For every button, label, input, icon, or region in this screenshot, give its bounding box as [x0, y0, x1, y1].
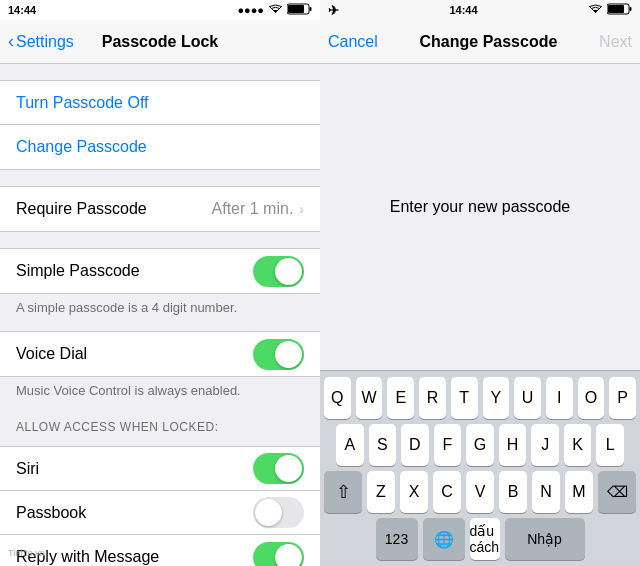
voice-dial-label: Voice Dial — [16, 345, 87, 363]
watermark: Tinhte.vn — [8, 542, 45, 560]
siri-row: Siri — [0, 447, 320, 491]
passcode-actions-group: Turn Passcode Off Change Passcode — [0, 80, 320, 170]
key-v[interactable]: V — [466, 471, 494, 513]
key-m[interactable]: M — [565, 471, 593, 513]
turn-passcode-off-label: Turn Passcode Off — [16, 94, 149, 112]
return-key[interactable]: Nhập — [505, 518, 585, 560]
left-time: 14:44 — [8, 4, 36, 16]
back-label[interactable]: Settings — [16, 33, 74, 51]
keyboard-row-1: Q W E R T Y U I O P — [324, 377, 636, 419]
left-battery — [287, 3, 312, 17]
siri-label: Siri — [16, 460, 39, 478]
right-nav-bar: Cancel Change Passcode Next — [320, 20, 640, 64]
key-y[interactable]: Y — [483, 377, 510, 419]
svg-rect-4 — [629, 7, 631, 11]
turn-passcode-off-row[interactable]: Turn Passcode Off — [0, 81, 320, 125]
left-content: Turn Passcode Off Change Passcode Requir… — [0, 64, 320, 566]
key-z[interactable]: Z — [367, 471, 395, 513]
change-passcode-label: Change Passcode — [16, 138, 147, 156]
key-q[interactable]: Q — [324, 377, 351, 419]
key-r[interactable]: R — [419, 377, 446, 419]
require-passcode-chevron: › — [299, 201, 304, 217]
simple-passcode-note: A simple passcode is a 4 digit number. — [0, 294, 320, 323]
num-key[interactable]: 123 — [376, 518, 418, 560]
keyboard: Q W E R T Y U I O P A S D F G H J K L ⇧ … — [320, 370, 640, 566]
key-t[interactable]: T — [451, 377, 478, 419]
key-g[interactable]: G — [466, 424, 494, 466]
key-o[interactable]: O — [578, 377, 605, 419]
globe-key[interactable]: 🌐 — [423, 518, 465, 560]
passbook-row: Passbook — [0, 491, 320, 535]
allow-access-header: ALLOW ACCESS WHEN LOCKED: — [0, 414, 320, 438]
allow-access-group: Siri Passbook Reply with Message — [0, 446, 320, 566]
passcode-prompt-text: Enter your new passcode — [390, 198, 571, 216]
space-key[interactable]: dấu cách — [470, 518, 500, 560]
key-e[interactable]: E — [387, 377, 414, 419]
keyboard-row-2: A S D F G H J K L — [324, 424, 636, 466]
require-passcode-group: Require Passcode After 1 min. › — [0, 186, 320, 232]
passbook-toggle[interactable] — [253, 497, 304, 528]
key-j[interactable]: J — [531, 424, 559, 466]
key-w[interactable]: W — [356, 377, 383, 419]
cancel-button[interactable]: Cancel — [328, 33, 378, 51]
passcode-prompt-area: Enter your new passcode — [320, 64, 640, 370]
key-s[interactable]: S — [369, 424, 397, 466]
delete-key[interactable]: ⌫ — [598, 471, 636, 513]
key-x[interactable]: X — [400, 471, 428, 513]
change-passcode-row[interactable]: Change Passcode — [0, 125, 320, 169]
svg-rect-2 — [288, 5, 304, 13]
key-b[interactable]: B — [499, 471, 527, 513]
key-p[interactable]: P — [609, 377, 636, 419]
airplane-icon: ✈ — [328, 3, 339, 18]
left-status-bar: 14:44 ●●●● — [0, 0, 320, 20]
right-nav-title: Change Passcode — [420, 33, 558, 51]
key-a[interactable]: A — [336, 424, 364, 466]
svg-rect-5 — [608, 5, 624, 13]
left-signal: ●●●● — [237, 4, 264, 16]
right-time: 14:44 — [449, 4, 477, 16]
voice-dial-row: Voice Dial — [0, 332, 320, 376]
key-k[interactable]: K — [564, 424, 592, 466]
key-h[interactable]: H — [499, 424, 527, 466]
passbook-label: Passbook — [16, 504, 86, 522]
keyboard-bottom-row: 123 🌐 dấu cách Nhập — [324, 518, 636, 560]
back-button[interactable]: ‹ Settings — [8, 31, 74, 52]
left-panel: 14:44 ●●●● ‹ Settings — [0, 0, 320, 566]
reply-with-message-toggle[interactable] — [253, 542, 304, 567]
require-passcode-value: After 1 min. — [212, 200, 294, 218]
shift-key[interactable]: ⇧ — [324, 471, 362, 513]
left-wifi-icon — [268, 4, 283, 17]
right-status-bar: ✈ 14:44 — [320, 0, 640, 20]
siri-toggle[interactable] — [253, 453, 304, 484]
reply-with-message-row: Reply with Message — [0, 535, 320, 566]
right-wifi-icon — [588, 4, 603, 17]
voice-dial-toggle[interactable] — [253, 339, 304, 370]
svg-rect-1 — [310, 7, 312, 11]
simple-passcode-toggle[interactable] — [253, 256, 304, 287]
right-panel: ✈ 14:44 Cancel Change Passcode Nex — [320, 0, 640, 566]
key-i[interactable]: I — [546, 377, 573, 419]
simple-passcode-label: Simple Passcode — [16, 262, 140, 280]
key-n[interactable]: N — [532, 471, 560, 513]
key-f[interactable]: F — [434, 424, 462, 466]
keyboard-row-3: ⇧ Z X C V B N M ⌫ — [324, 471, 636, 513]
voice-dial-group: Voice Dial — [0, 331, 320, 377]
chevron-left-icon: ‹ — [8, 31, 14, 52]
next-button[interactable]: Next — [599, 33, 632, 51]
simple-passcode-row: Simple Passcode — [0, 249, 320, 293]
left-nav-title: Passcode Lock — [102, 33, 219, 51]
key-l[interactable]: L — [596, 424, 624, 466]
require-passcode-label: Require Passcode — [16, 200, 147, 218]
right-battery — [607, 3, 632, 17]
left-nav-bar: ‹ Settings Passcode Lock — [0, 20, 320, 64]
voice-dial-note: Music Voice Control is always enabled. — [0, 377, 320, 406]
key-d[interactable]: D — [401, 424, 429, 466]
key-u[interactable]: U — [514, 377, 541, 419]
require-passcode-row[interactable]: Require Passcode After 1 min. › — [0, 187, 320, 231]
simple-passcode-group: Simple Passcode — [0, 248, 320, 294]
key-c[interactable]: C — [433, 471, 461, 513]
